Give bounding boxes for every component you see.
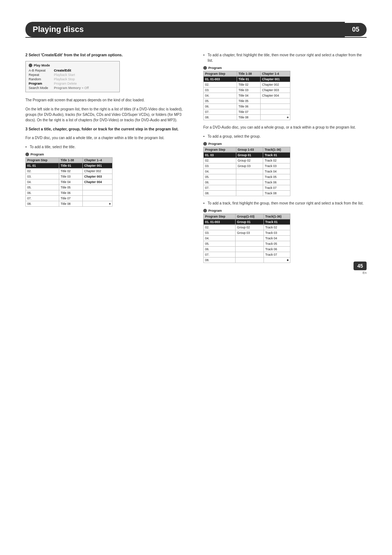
- prog-table-2-col-title: Title 1-38: [237, 71, 261, 77]
- group-table-2-row-4: 04. Track 04: [204, 236, 290, 241]
- group-table-2-row-5: 05. Track 05: [204, 241, 290, 247]
- pm-value-create: Create/Edit: [54, 69, 89, 72]
- prog-table-2-row-2: 02. Title 02 Chapter 002: [204, 82, 290, 88]
- play-mode-labels: A-B Repeat Repeat Random Program Search …: [29, 69, 48, 90]
- prog-table-1-title: Program: [25, 153, 113, 156]
- disc-icon-3: [203, 142, 207, 146]
- prog-table-2-row-7: 07. Title 07: [204, 109, 290, 115]
- disc-icon-4: [203, 209, 207, 212]
- pm-value-delete: Program Delete: [54, 82, 89, 85]
- prog-table-2: Program Step Title 1-38 Chapter 1-4 01. …: [203, 71, 290, 120]
- group-table-1-title: Program: [203, 142, 290, 146]
- prog-table-2-col-step: Program Step: [204, 71, 237, 77]
- bullet-add-group: To add a group, select the group.: [203, 134, 367, 139]
- prog-table-2-wrap: Program Program Step Title 1-38 Chapter …: [203, 66, 290, 120]
- group-table-1-row-4: 04. Track 04: [204, 169, 290, 174]
- prog-table-1-row-2: 02. Title 02 Chapter 002: [26, 168, 113, 174]
- play-mode-box: Play Mode A-B Repeat Repeat Random Progr…: [25, 61, 120, 92]
- section2-heading: 2 Select 'Create/Edit' from the list of …: [25, 52, 189, 58]
- play-mode-rows: A-B Repeat Repeat Random Program Search …: [29, 69, 117, 90]
- page-container: Playing discs 05 2 Select 'Create/Edit' …: [0, 0, 392, 289]
- group-table-2-row-1: 01. 01-003 Group 01 Track 01: [204, 219, 290, 225]
- bullet-add-chapter: To add a chapter, first highlight the ti…: [203, 52, 367, 63]
- group-table-2: Program Step Group(1-03) Track(1-36) 01.…: [203, 214, 290, 263]
- prog-table-1-row-6: 06. Title 06: [26, 190, 113, 195]
- pm-label-search: Search Mode: [29, 86, 48, 90]
- left-column: 2 Select 'Create/Edit' from the list of …: [25, 52, 189, 267]
- group-table-1-row-2: 02. Group 02 Track 02: [204, 158, 290, 163]
- prog-table-1-col-chapter: Chapter 1–4: [83, 157, 113, 163]
- play-mode-title: Play Mode: [29, 64, 117, 67]
- prog-table-1-col-title: Title 1-38: [59, 157, 83, 163]
- prog-table-2-row-1: 01. 01-003 Title 01 Chapter 001: [204, 77, 290, 82]
- play-mode-values: Create/Edit Playback Start Playback Stop…: [54, 69, 89, 90]
- group-table-2-row-7: 07. Track 07: [204, 252, 290, 258]
- bullet-add-track: To add a track, first highlight the grou…: [203, 200, 367, 206]
- prog-table-2-row-3: 03. Title 03 Chapter 003: [204, 88, 290, 93]
- group-table-2-row-2: 02. Group 02 Track 02: [204, 225, 290, 230]
- prog-table-1-row-5: 05. Title 05: [26, 185, 113, 190]
- group-table-2-col-track: Track(1-36): [264, 214, 290, 219]
- chapter-number: 05: [345, 23, 367, 36]
- page-footer: 45 En: [354, 262, 367, 275]
- group-table-2-title: Program: [203, 209, 290, 212]
- group-table-1-row-1: 01. 03 Group 01 Track 01: [204, 153, 290, 158]
- pm-label-random: Random: [29, 77, 48, 81]
- group-table-1-row-3: 03. Group 03 Track 03: [204, 163, 290, 169]
- dvd-audio-text: For a DVD-Audio disc, you can add a whol…: [203, 125, 367, 130]
- page-title: Playing discs: [25, 22, 345, 37]
- group-table-1-col-step: Program Step: [204, 147, 236, 153]
- pm-label-ab: A-B Repeat: [29, 69, 48, 72]
- disc-icon-1: [25, 153, 29, 156]
- prog-table-1-row-1: 01. 01 Title 01 Chapter 001: [26, 163, 113, 168]
- group-table-1-row-6: 06. Track 06: [204, 180, 290, 185]
- group-table-1-row-5: 05. Track 05: [204, 174, 290, 180]
- group-table-1-wrap: Program Program Step Group 1-03 Track(1-…: [203, 142, 290, 196]
- prog-table-1-col-step: Program Step: [26, 157, 59, 163]
- content-columns: 2 Select 'Create/Edit' from the list of …: [25, 52, 367, 267]
- pm-value-start: Playback Start: [54, 73, 89, 77]
- prog-table-1: Program Step Title 1-38 Chapter 1–4 01. …: [25, 157, 113, 207]
- page-header: Playing discs 05: [25, 22, 367, 38]
- disc-icon: [29, 64, 32, 67]
- bullet-add-title: To add a title, select the title.: [25, 144, 189, 150]
- pm-value-stop: Playback Stop: [54, 77, 89, 81]
- body-text-2: On the left side is the program list, th…: [25, 106, 189, 123]
- prog-table-2-row-8: 08. Title 08 ◆: [204, 115, 290, 120]
- group-table-1-col-track: Track(1-36): [263, 147, 290, 153]
- prog-table-1-wrap: Program Program Step Title 1-38 Chapter …: [25, 153, 113, 207]
- group-table-1-row-8: 08. Track 08: [204, 191, 290, 196]
- group-table-2-col-step: Program Step: [204, 214, 236, 219]
- prog-table-2-row-6: 06. Title 06: [204, 104, 290, 109]
- prog-table-1-row-7: 07. Title 07: [26, 195, 113, 201]
- group-table-2-wrap: Program Program Step Group(1-03) Track(1…: [203, 209, 290, 263]
- group-table-1-row-7: 07. Track 07: [204, 185, 290, 191]
- group-table-2-row-8: 08. ◆: [204, 258, 290, 263]
- section3-heading: 3 Select a title, chapter, group, folder…: [25, 126, 189, 132]
- group-table-2-row-6: 06. Track 06: [204, 247, 290, 252]
- disc-icon-2: [203, 66, 207, 70]
- prog-table-2-title: Program: [203, 66, 290, 70]
- dvd-disc-text: For a DVD disc, you can add a whole titl…: [25, 135, 189, 141]
- group-table-2-row-3: 03. Group 03 Track 03: [204, 230, 290, 236]
- prog-table-2-row-5: 05. Title 05: [204, 98, 290, 104]
- right-column: To add a chapter, first highlight the ti…: [203, 52, 367, 267]
- page-lang: En: [363, 271, 367, 275]
- title-text: Playing discs: [33, 25, 84, 34]
- prog-table-2-col-chapter: Chapter 1-4: [261, 71, 290, 77]
- group-table-1: Program Step Group 1-03 Track(1-36) 01. …: [203, 147, 290, 196]
- prog-table-1-row-3: 03. Title 03 Chapter 003: [26, 174, 113, 179]
- group-table-1-col-group: Group 1-03: [236, 147, 263, 153]
- pm-label-program: Program: [29, 82, 48, 85]
- body-text-1: The Program edit screen that appears dep…: [25, 97, 189, 103]
- pm-label-repeat: Repeat: [29, 73, 48, 77]
- pm-value-memory: Program Memory » Off: [54, 86, 89, 90]
- group-table-2-col-group: Group(1-03): [236, 214, 264, 219]
- prog-table-2-row-4: 04. Title 04 Chapter 004: [204, 93, 290, 98]
- prog-table-1-row-4: 04. Title 04 Chapter 004: [26, 179, 113, 185]
- prog-table-1-row-8: 08. Title 08 ◆: [26, 201, 113, 206]
- page-number: 45: [354, 262, 367, 270]
